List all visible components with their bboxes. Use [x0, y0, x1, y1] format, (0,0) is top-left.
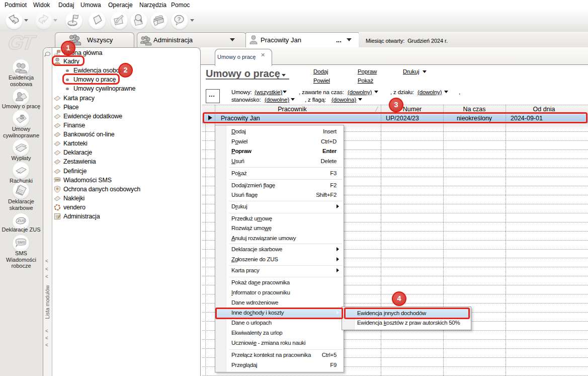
- svg-text:SMS: SMS: [18, 240, 25, 244]
- svg-text:SMS: SMS: [55, 178, 60, 181]
- svg-text:?: ?: [178, 16, 181, 22]
- svg-text:ZUS: ZUS: [17, 218, 26, 223]
- svg-text:S: S: [20, 114, 24, 121]
